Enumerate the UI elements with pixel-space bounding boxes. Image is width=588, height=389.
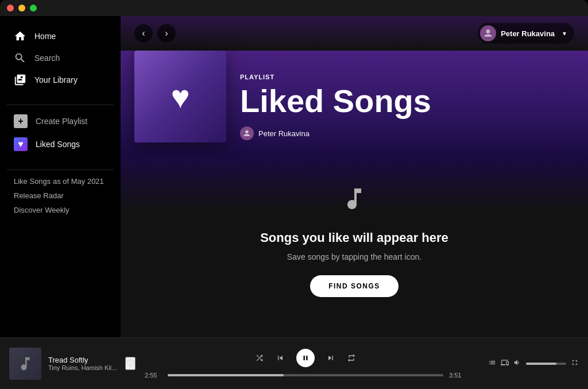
current-time: 2:55 xyxy=(145,372,162,379)
playlist-header: ♥ PLAYLIST Liked Songs Peter Rukavina xyxy=(121,51,588,156)
shuffle-button[interactable] xyxy=(255,353,264,363)
window-chrome xyxy=(0,0,588,16)
pause-button[interactable] xyxy=(296,349,315,367)
find-songs-button[interactable]: FIND SONGS xyxy=(310,275,399,297)
minimize-button[interactable] xyxy=(18,5,25,11)
home-icon xyxy=(14,30,26,43)
volume-bar[interactable] xyxy=(526,363,566,365)
music-note-icon xyxy=(341,185,368,219)
progress-bar-container: 2:55 3:51 xyxy=(145,372,466,379)
next-button[interactable] xyxy=(326,353,335,363)
dropdown-icon: ▼ xyxy=(562,30,567,37)
app-container: Home Search Your Library + Create Playli… xyxy=(0,16,588,337)
user-profile-button[interactable]: Peter Rukavina ▼ xyxy=(478,23,574,44)
svg-point-1 xyxy=(245,130,248,133)
player-bar: Tread Softly Tiny Ruins, Hamish Kilgour … xyxy=(0,337,588,389)
owner-name: Peter Rukavina xyxy=(258,129,310,138)
playlist-item-1[interactable]: Like Songs as of May 2021 xyxy=(14,175,107,188)
search-label: Search xyxy=(34,53,60,63)
sidebar-actions: + Create Playlist ♥ Liked Songs xyxy=(0,110,121,156)
total-time: 3:51 xyxy=(449,372,466,379)
fullscreen-button[interactable] xyxy=(571,359,579,368)
volume-button[interactable] xyxy=(513,359,521,368)
empty-state: Songs you like will appear here Save son… xyxy=(121,156,588,337)
home-label: Home xyxy=(34,32,56,41)
previous-button[interactable] xyxy=(276,353,285,363)
progress-track[interactable] xyxy=(168,374,443,376)
devices-button[interactable] xyxy=(501,359,509,368)
sidebar-playlists: Like Songs as of May 2021 Release Radar … xyxy=(0,175,121,217)
playlist-title: Liked Songs xyxy=(240,85,574,117)
back-button[interactable]: ‹ xyxy=(134,24,153,43)
top-bar: ‹ › Peter Rukavina ▼ xyxy=(121,16,588,51)
empty-state-subtitle: Save songs by tapping the heart icon. xyxy=(287,252,421,261)
sidebar-item-home[interactable]: Home xyxy=(7,25,114,47)
like-track-button[interactable]: ♡ xyxy=(125,357,136,370)
user-avatar xyxy=(480,25,496,41)
right-controls xyxy=(475,359,579,368)
svg-point-0 xyxy=(486,29,490,33)
sidebar: Home Search Your Library + Create Playli… xyxy=(0,16,121,337)
sidebar-divider-2 xyxy=(7,170,114,170)
nav-arrows: ‹ › xyxy=(134,24,176,43)
repeat-button[interactable] xyxy=(347,353,356,363)
liked-songs-item[interactable]: ♥ Liked Songs xyxy=(7,133,114,156)
player-controls: 2:55 3:51 xyxy=(145,349,466,379)
liked-songs-icon: ♥ xyxy=(14,137,28,151)
playlist-item-2[interactable]: Release Radar xyxy=(14,189,107,202)
liked-songs-label: Liked Songs xyxy=(36,140,80,149)
sidebar-divider xyxy=(7,105,114,105)
main-content: ‹ › Peter Rukavina ▼ ♥ PLAYLIST Liked So… xyxy=(121,16,588,337)
create-playlist-item[interactable]: + Create Playlist xyxy=(7,110,114,133)
control-buttons xyxy=(255,349,356,367)
empty-state-title: Songs you like will appear here xyxy=(260,230,448,245)
sidebar-item-search[interactable]: Search xyxy=(7,47,114,69)
heart-icon: ♥ xyxy=(171,78,189,115)
forward-button[interactable]: › xyxy=(157,24,176,43)
library-icon xyxy=(14,74,26,86)
maximize-button[interactable] xyxy=(30,5,37,11)
track-thumbnail xyxy=(9,348,41,380)
queue-button[interactable] xyxy=(488,359,496,368)
search-icon xyxy=(14,52,26,64)
progress-fill xyxy=(168,374,284,376)
sidebar-nav: Home Search Your Library xyxy=(0,25,121,91)
playlist-info: PLAYLIST Liked Songs Peter Rukavina xyxy=(240,74,574,142)
track-name: Tread Softly xyxy=(48,356,118,364)
create-playlist-icon: + xyxy=(14,114,28,128)
user-name: Peter Rukavina xyxy=(501,29,555,38)
playlist-item-3[interactable]: Discover Weekly xyxy=(14,203,107,217)
owner-avatar-icon xyxy=(240,126,254,140)
track-info: Tread Softly Tiny Ruins, Hamish Kilgour xyxy=(48,356,118,371)
library-label: Your Library xyxy=(34,75,78,84)
now-playing: Tread Softly Tiny Ruins, Hamish Kilgour … xyxy=(9,348,136,380)
playlist-owner: Peter Rukavina xyxy=(240,126,574,140)
playlist-type: PLAYLIST xyxy=(240,74,574,80)
sidebar-item-library[interactable]: Your Library xyxy=(7,69,114,91)
create-playlist-label: Create Playlist xyxy=(36,117,87,126)
playlist-cover: ♥ xyxy=(134,51,226,142)
volume-fill xyxy=(526,363,556,365)
close-button[interactable] xyxy=(7,5,14,11)
track-artist: Tiny Ruins, Hamish Kilgour xyxy=(48,364,118,371)
